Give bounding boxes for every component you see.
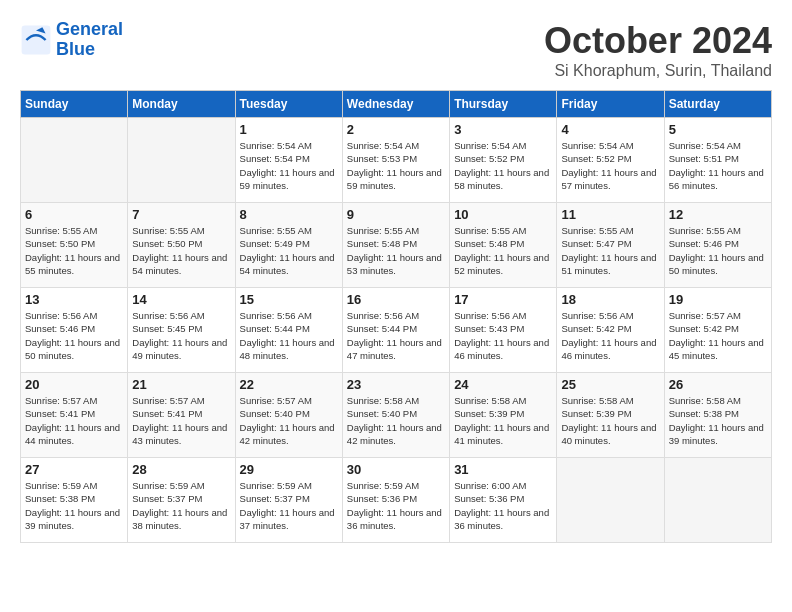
day-cell: 27Sunrise: 5:59 AM Sunset: 5:38 PM Dayli… [21,458,128,543]
logo-general: General [56,19,123,39]
day-number: 6 [25,207,123,222]
day-cell: 11Sunrise: 5:55 AM Sunset: 5:47 PM Dayli… [557,203,664,288]
day-number: 22 [240,377,338,392]
day-cell: 31Sunrise: 6:00 AM Sunset: 5:36 PM Dayli… [450,458,557,543]
day-info: Sunrise: 5:59 AM Sunset: 5:37 PM Dayligh… [132,479,230,532]
day-number: 8 [240,207,338,222]
day-cell: 12Sunrise: 5:55 AM Sunset: 5:46 PM Dayli… [664,203,771,288]
day-info: Sunrise: 5:55 AM Sunset: 5:46 PM Dayligh… [669,224,767,277]
day-number: 31 [454,462,552,477]
page-header: General Blue October 2024 Si Khoraphum, … [20,20,772,80]
day-cell: 18Sunrise: 5:56 AM Sunset: 5:42 PM Dayli… [557,288,664,373]
day-info: Sunrise: 5:56 AM Sunset: 5:46 PM Dayligh… [25,309,123,362]
day-cell [128,118,235,203]
day-cell: 15Sunrise: 5:56 AM Sunset: 5:44 PM Dayli… [235,288,342,373]
day-number: 29 [240,462,338,477]
day-cell: 9Sunrise: 5:55 AM Sunset: 5:48 PM Daylig… [342,203,449,288]
day-info: Sunrise: 5:58 AM Sunset: 5:40 PM Dayligh… [347,394,445,447]
day-info: Sunrise: 5:56 AM Sunset: 5:43 PM Dayligh… [454,309,552,362]
day-number: 18 [561,292,659,307]
day-cell: 25Sunrise: 5:58 AM Sunset: 5:39 PM Dayli… [557,373,664,458]
calendar-table: SundayMondayTuesdayWednesdayThursdayFrid… [20,90,772,543]
day-info: Sunrise: 5:57 AM Sunset: 5:41 PM Dayligh… [25,394,123,447]
day-number: 25 [561,377,659,392]
day-cell: 20Sunrise: 5:57 AM Sunset: 5:41 PM Dayli… [21,373,128,458]
day-cell: 10Sunrise: 5:55 AM Sunset: 5:48 PM Dayli… [450,203,557,288]
day-cell: 16Sunrise: 5:56 AM Sunset: 5:44 PM Dayli… [342,288,449,373]
day-cell: 22Sunrise: 5:57 AM Sunset: 5:40 PM Dayli… [235,373,342,458]
day-number: 3 [454,122,552,137]
day-cell: 24Sunrise: 5:58 AM Sunset: 5:39 PM Dayli… [450,373,557,458]
week-row-5: 27Sunrise: 5:59 AM Sunset: 5:38 PM Dayli… [21,458,772,543]
week-row-4: 20Sunrise: 5:57 AM Sunset: 5:41 PM Dayli… [21,373,772,458]
day-number: 27 [25,462,123,477]
day-cell: 23Sunrise: 5:58 AM Sunset: 5:40 PM Dayli… [342,373,449,458]
day-info: Sunrise: 5:58 AM Sunset: 5:38 PM Dayligh… [669,394,767,447]
day-info: Sunrise: 5:55 AM Sunset: 5:48 PM Dayligh… [454,224,552,277]
col-header-saturday: Saturday [664,91,771,118]
day-info: Sunrise: 5:55 AM Sunset: 5:50 PM Dayligh… [25,224,123,277]
day-cell: 14Sunrise: 5:56 AM Sunset: 5:45 PM Dayli… [128,288,235,373]
day-info: Sunrise: 5:59 AM Sunset: 5:36 PM Dayligh… [347,479,445,532]
day-number: 7 [132,207,230,222]
day-info: Sunrise: 5:54 AM Sunset: 5:52 PM Dayligh… [454,139,552,192]
day-info: Sunrise: 5:54 AM Sunset: 5:53 PM Dayligh… [347,139,445,192]
day-info: Sunrise: 5:55 AM Sunset: 5:50 PM Dayligh… [132,224,230,277]
logo-icon [20,24,52,56]
day-number: 14 [132,292,230,307]
day-info: Sunrise: 5:54 AM Sunset: 5:54 PM Dayligh… [240,139,338,192]
week-row-1: 1Sunrise: 5:54 AM Sunset: 5:54 PM Daylig… [21,118,772,203]
day-number: 12 [669,207,767,222]
day-info: Sunrise: 5:54 AM Sunset: 5:51 PM Dayligh… [669,139,767,192]
day-number: 10 [454,207,552,222]
col-header-friday: Friday [557,91,664,118]
day-info: Sunrise: 5:56 AM Sunset: 5:42 PM Dayligh… [561,309,659,362]
day-number: 26 [669,377,767,392]
day-cell: 2Sunrise: 5:54 AM Sunset: 5:53 PM Daylig… [342,118,449,203]
title-block: October 2024 Si Khoraphum, Surin, Thaila… [544,20,772,80]
day-number: 11 [561,207,659,222]
day-cell: 28Sunrise: 5:59 AM Sunset: 5:37 PM Dayli… [128,458,235,543]
day-info: Sunrise: 5:59 AM Sunset: 5:38 PM Dayligh… [25,479,123,532]
day-info: Sunrise: 5:55 AM Sunset: 5:48 PM Dayligh… [347,224,445,277]
day-number: 19 [669,292,767,307]
day-info: Sunrise: 6:00 AM Sunset: 5:36 PM Dayligh… [454,479,552,532]
day-info: Sunrise: 5:55 AM Sunset: 5:47 PM Dayligh… [561,224,659,277]
day-info: Sunrise: 5:56 AM Sunset: 5:44 PM Dayligh… [347,309,445,362]
week-row-2: 6Sunrise: 5:55 AM Sunset: 5:50 PM Daylig… [21,203,772,288]
day-cell: 19Sunrise: 5:57 AM Sunset: 5:42 PM Dayli… [664,288,771,373]
day-info: Sunrise: 5:55 AM Sunset: 5:49 PM Dayligh… [240,224,338,277]
day-cell [21,118,128,203]
day-cell: 29Sunrise: 5:59 AM Sunset: 5:37 PM Dayli… [235,458,342,543]
day-number: 28 [132,462,230,477]
col-header-sunday: Sunday [21,91,128,118]
day-number: 2 [347,122,445,137]
day-number: 21 [132,377,230,392]
day-cell [557,458,664,543]
day-number: 1 [240,122,338,137]
col-header-monday: Monday [128,91,235,118]
logo: General Blue [20,20,123,60]
day-cell: 7Sunrise: 5:55 AM Sunset: 5:50 PM Daylig… [128,203,235,288]
svg-rect-0 [22,25,51,54]
day-info: Sunrise: 5:54 AM Sunset: 5:52 PM Dayligh… [561,139,659,192]
day-cell: 21Sunrise: 5:57 AM Sunset: 5:41 PM Dayli… [128,373,235,458]
day-number: 17 [454,292,552,307]
day-cell: 5Sunrise: 5:54 AM Sunset: 5:51 PM Daylig… [664,118,771,203]
day-number: 13 [25,292,123,307]
day-number: 20 [25,377,123,392]
header-row: SundayMondayTuesdayWednesdayThursdayFrid… [21,91,772,118]
day-number: 15 [240,292,338,307]
location: Si Khoraphum, Surin, Thailand [544,62,772,80]
day-info: Sunrise: 5:57 AM Sunset: 5:42 PM Dayligh… [669,309,767,362]
day-cell: 13Sunrise: 5:56 AM Sunset: 5:46 PM Dayli… [21,288,128,373]
day-cell: 26Sunrise: 5:58 AM Sunset: 5:38 PM Dayli… [664,373,771,458]
day-cell: 3Sunrise: 5:54 AM Sunset: 5:52 PM Daylig… [450,118,557,203]
week-row-3: 13Sunrise: 5:56 AM Sunset: 5:46 PM Dayli… [21,288,772,373]
day-cell: 6Sunrise: 5:55 AM Sunset: 5:50 PM Daylig… [21,203,128,288]
day-number: 5 [669,122,767,137]
day-number: 16 [347,292,445,307]
logo-blue: Blue [56,39,95,59]
day-cell [664,458,771,543]
day-info: Sunrise: 5:57 AM Sunset: 5:40 PM Dayligh… [240,394,338,447]
